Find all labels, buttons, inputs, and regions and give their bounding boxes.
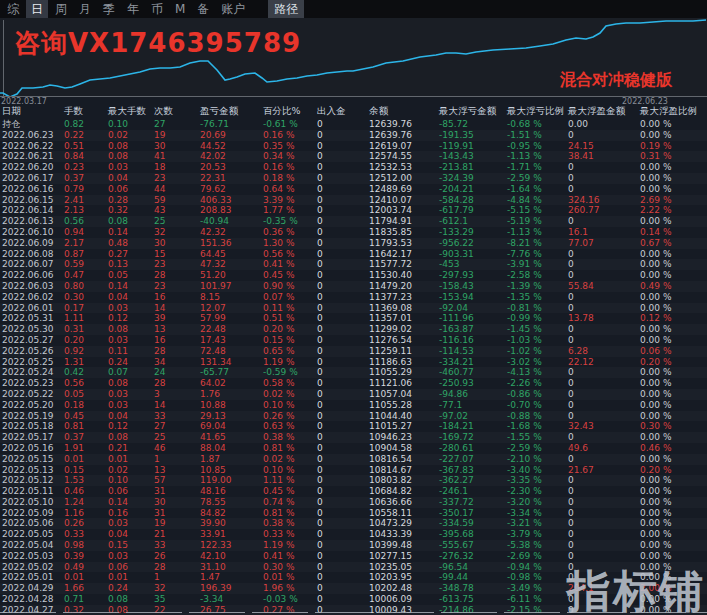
table-row[interactable]: 2022.05.091.160.163184.820.81 %010558.11… (0, 508, 707, 519)
column-header-lots[interactable]: 手数 (62, 105, 106, 119)
table-row[interactable]: 2022.05.260.920.112872.480.65 %011259.11… (0, 346, 707, 357)
table-row[interactable]: 2022.05.190.450.043329.130.26 %011044.40… (0, 411, 707, 422)
table-row[interactable]: 2022.05.110.460.063148.160.45 %010684.82… (0, 486, 707, 497)
table-row[interactable]: 2022.04.270.320.082226.750.27 %010009.43… (0, 605, 707, 615)
table-row[interactable]: 2022.04.291.660.2432196.391.96 %010202.4… (0, 583, 707, 594)
column-header-pct[interactable]: 百分比% (261, 105, 315, 119)
table-row[interactable]: 2022.05.180.810.122769.040.63 %011015.27… (0, 421, 707, 432)
table-row[interactable]: 2022.04.280.710.0835-3.34-0.03 %010006.0… (0, 594, 707, 605)
table-row[interactable]: 2022.05.161.910.214688.040.81 %010904.58… (0, 443, 707, 454)
table-row[interactable]: 2022.05.150.010.0111.870.02 %010816.54-2… (0, 454, 707, 465)
table-row[interactable]: 2022.06.010.170.031412.070.11 %011369.08… (0, 303, 707, 314)
table-row[interactable]: 2022.06.020.300.04168.150.07 %011377.23-… (0, 292, 707, 303)
table-row[interactable]: 2022.06.142.130.3243208.831.77 %012003.7… (0, 205, 707, 216)
column-header-balance[interactable]: 余额 (367, 105, 437, 119)
cell-lots: 0.59 (62, 259, 106, 270)
cell-trades: 44 (152, 184, 198, 195)
column-header-max-lots[interactable]: 最大手数 (106, 105, 152, 119)
cell-pct: 1.11 % (261, 475, 315, 486)
menu-item-币[interactable]: 币 (146, 0, 168, 19)
table-row[interactable]: 2022.05.170.370.082541.650.38 %010946.23… (0, 432, 707, 443)
table-row[interactable]: 2022.06.060.470.052851.200.45 %011530.40… (0, 270, 707, 281)
cell-max-float-loss-pct: -3.21 % (505, 518, 566, 529)
menu-item-月[interactable]: 月 (74, 0, 96, 19)
cell-lots: 0.20 (62, 335, 106, 346)
table-row[interactable]: 2022.05.270.200.031617.430.15 %011276.54… (0, 335, 707, 346)
table-row[interactable]: 2022.06.220.510.083044.520.35 %012619.07… (0, 141, 707, 152)
column-header-cash-flow[interactable]: 出入金 (315, 105, 367, 119)
cell-max-lots: 0.11 (106, 346, 152, 357)
table-row[interactable]: 2022.06.080.870.271564.450.56 %011642.17… (0, 249, 707, 260)
table-row[interactable]: 2022.06.210.840.084142.020.34 %012574.55… (0, 151, 707, 162)
column-header-date[interactable]: 日期 (0, 105, 62, 119)
table-row[interactable]: 2022.05.101.240.143078.550.74 %010636.66… (0, 497, 707, 508)
menu-item-账户[interactable]: 账户 (216, 0, 250, 19)
cell-max-float-profit-pct: 2.69 % (638, 195, 707, 206)
table-row[interactable]: 2022.06.092.170.4830151.361.30 %011793.5… (0, 238, 707, 249)
table-row[interactable]: 2022.05.230.560.082864.020.58 %011121.06… (0, 378, 707, 389)
table-row[interactable]: 2022.06.130.560.0825-40.94-0.35 %011794.… (0, 216, 707, 227)
table-row[interactable]: 2022.06.200.230.031820.530.16 %012532.53… (0, 162, 707, 173)
cell-max-float-loss-amt: -191.35 (437, 130, 505, 141)
cell-pnl: -40.94 (198, 216, 261, 227)
table-row[interactable]: 2022.05.060.260.031939.900.38 %010473.29… (0, 518, 707, 529)
table-row[interactable]: 2022.05.040.980.1533122.331.19 %010399.4… (0, 540, 707, 551)
cell-date: 2022.06.07 (0, 259, 62, 270)
cell-lots: 0.05 (62, 389, 106, 400)
path-button[interactable]: 路径 (268, 0, 304, 19)
cell-pnl: 208.83 (198, 205, 261, 216)
menu-item-综[interactable]: 综 (2, 0, 24, 19)
table-row[interactable]: 2022.06.030.800.1423101.970.90 %011479.2… (0, 281, 707, 292)
cell-pnl: 88.04 (198, 443, 261, 454)
menu-item-季[interactable]: 季 (98, 0, 120, 19)
table-row[interactable]: 2022.05.200.180.031410.880.10 %011055.28… (0, 400, 707, 411)
table-row[interactable]: 2022.05.130.150.021310.850.10 %010814.67… (0, 465, 707, 476)
table-row[interactable]: 2022.06.160.790.064479.620.64 %012489.69… (0, 184, 707, 195)
table-row[interactable]: 2022.05.020.490.062831.100.30 %010235.05… (0, 562, 707, 573)
cell-date: 2022.05.23 (0, 378, 62, 389)
table-row[interactable]: 2022.05.030.390.032642.100.41 %010277.15… (0, 551, 707, 562)
column-header-max-float-profit-pct[interactable]: 最大浮盈比例 (638, 105, 707, 119)
cell-balance: 12532.53 (367, 162, 437, 173)
table-row[interactable]: 2022.05.050.330.042133.910.33 %010433.39… (0, 529, 707, 540)
cell-balance: 11835.85 (367, 227, 437, 238)
menu-item-年[interactable]: 年 (122, 0, 144, 19)
cell-max-float-loss-pct: -8.21 % (505, 238, 566, 249)
cell-max-lots: 0.03 (106, 389, 152, 400)
table-row[interactable]: 2022.05.220.050.0331.760.02 %011057.04-9… (0, 389, 707, 400)
cell-max-float-loss-amt: -96.54 (437, 562, 505, 573)
menu-item-备[interactable]: 备 (192, 0, 214, 19)
column-header-trades[interactable]: 次数 (152, 105, 198, 119)
table-row[interactable]: 2022.06.230.220.021920.690.16 %012639.76… (0, 130, 707, 141)
menu-item-M[interactable]: M (170, 1, 190, 17)
table-row[interactable]: 2022.05.300.310.081322.480.20 %011299.02… (0, 324, 707, 335)
cell-max-float-profit-pct: 0.00 % (638, 173, 707, 184)
table-row[interactable]: 2022.05.240.420.0724-65.77-0.59 %011055.… (0, 367, 707, 378)
table-row[interactable]: 持仓0.820.1027-76.71-0.61 %012639.76-85.72… (0, 119, 707, 130)
table-row[interactable]: 2022.06.152.410.2859406.333.39 %012410.0… (0, 195, 707, 206)
cell-date: 2022.04.29 (0, 583, 62, 594)
cell-pnl: 10.85 (198, 465, 261, 476)
table-row[interactable]: 2022.05.251.310.2434131.341.19 %011186.6… (0, 357, 707, 368)
cell-max-float-loss-pct: -7.76 % (505, 249, 566, 260)
table-row[interactable]: 2022.05.311.110.123957.990.51 %011357.01… (0, 313, 707, 324)
cell-max-float-profit-pct: 0.00 % (638, 259, 707, 270)
cell-max-float-loss-amt: -153.94 (437, 292, 505, 303)
cell-pct: 0.02 % (261, 389, 315, 400)
menu-item-日[interactable]: 日 (26, 0, 48, 19)
cell-max-float-loss-pct: -3.34 % (505, 508, 566, 519)
column-header-max-float-profit-amt[interactable]: 最大浮盈金额 (566, 105, 638, 119)
cell-lots: 0.39 (62, 551, 106, 562)
column-header-pnl[interactable]: 盈亏金额 (198, 105, 261, 119)
column-header-max-float-loss-pct[interactable]: 最大浮亏比例 (505, 105, 566, 119)
table-row[interactable]: 2022.05.121.530.1057119.001.11 %010803.8… (0, 475, 707, 486)
table-row[interactable]: 2022.06.170.370.042322.310.18 %012512.00… (0, 173, 707, 184)
cell-balance: 10009.43 (367, 605, 437, 615)
table-row[interactable]: 2022.06.070.590.132347.320.41 %011577.72… (0, 259, 707, 270)
cell-cash-flow: 0 (315, 432, 367, 443)
cell-max-lots: 0.08 (106, 378, 152, 389)
table-row[interactable]: 2022.06.100.940.143242.320.36 %011835.85… (0, 227, 707, 238)
menu-item-周[interactable]: 周 (50, 0, 72, 19)
column-header-max-float-loss-amt[interactable]: 最大浮亏金额 (437, 105, 505, 119)
table-row[interactable]: 2022.05.010.010.0111.470.01 %010203.95-9… (0, 572, 707, 583)
